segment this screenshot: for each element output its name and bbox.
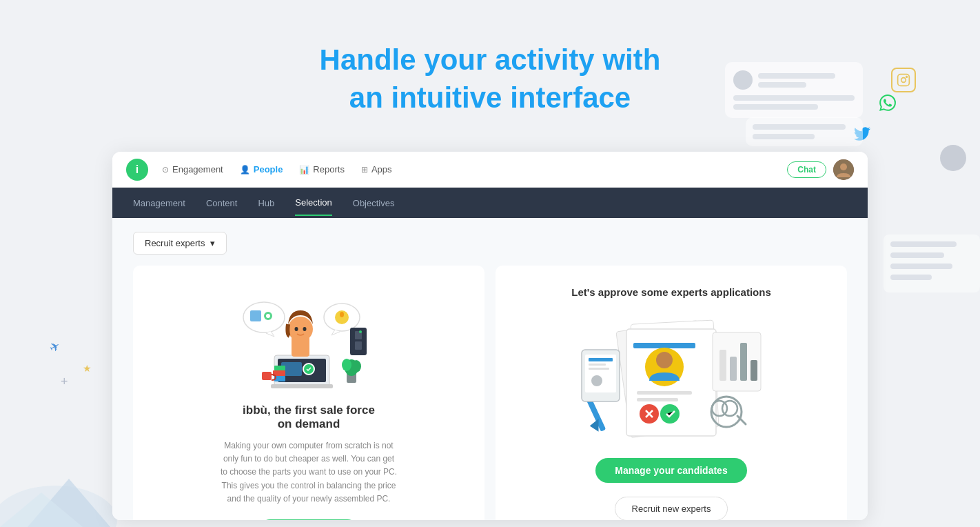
svg-point-41 [656,352,673,368]
engagement-icon: ⊙ [162,165,169,175]
discover-ibbu-button[interactable]: Discover ibbù [258,519,360,520]
content-area: Recruit experts ▾ [112,218,868,520]
chat-button[interactable]: Chat [787,161,826,178]
svg-rect-61 [740,343,747,381]
nav-right: Chat [787,159,854,180]
card2-buttons: Manage your candidates Recruit new exper… [512,458,830,520]
apps-icon: ⊞ [361,165,368,175]
nav-reports[interactable]: 📊 Reports [299,164,345,175]
nav-engagement[interactable]: ⊙ Engagement [162,164,223,175]
card2-title: Let's approve some experts applications [571,286,771,298]
svg-rect-54 [589,358,613,361]
svg-point-31 [351,360,361,372]
card-approve: Let's approve some experts applications [496,266,847,520]
svg-rect-34 [355,341,362,350]
svg-rect-42 [637,391,692,395]
nav-people[interactable]: 👤 People [240,164,283,175]
nav-hub[interactable]: Hub [258,191,274,215]
hero-section: Handle your activity with an intuitive i… [0,0,980,117]
svg-rect-18 [250,310,261,321]
card1-desc: Making your own computer from scratch is… [219,439,398,506]
secondary-nav: Management Content Hub Selection Objecti… [112,188,868,218]
cards-grid: ibbù, the first sale force on demand Mak… [133,266,847,520]
svg-rect-43 [637,398,678,401]
svg-point-35 [359,330,362,333]
svg-point-48 [722,401,737,416]
app-window: i ⊙ Engagement 👤 People 📊 Reports ⊞ Apps… [112,152,868,520]
hero-title: Handle your activity with an intuitive i… [0,41,980,117]
svg-rect-26 [274,366,285,370]
nav-content[interactable]: Content [206,191,238,215]
svg-point-23 [340,312,344,317]
svg-rect-55 [589,364,606,366]
svg-point-7 [840,163,847,170]
svg-rect-59 [719,350,726,381]
nav-management[interactable]: Management [133,191,185,215]
svg-point-57 [591,375,602,386]
ghost-ui-bottom [746,117,863,146]
ghost-person [940,145,966,171]
svg-rect-27 [262,372,272,380]
nav-items: ⊙ Engagement 👤 People 📊 Reports ⊞ Apps [162,164,787,175]
card1-illustration [233,286,385,404]
plane-icon: ✈ [47,338,63,357]
svg-rect-39 [633,343,695,348]
app-logo: i [126,159,148,181]
reports-icon: 📊 [299,165,309,175]
top-nav: i ⊙ Engagement 👤 People 📊 Reports ⊞ Apps… [112,152,868,188]
svg-rect-56 [589,368,609,370]
nav-apps[interactable]: ⊞ Apps [361,164,392,175]
svg-point-17 [243,302,285,332]
svg-point-30 [342,359,351,371]
nav-objectives[interactable]: Objectives [353,191,395,215]
user-avatar[interactable] [833,159,854,180]
people-icon: 👤 [240,165,250,175]
card2-illustration [575,312,768,450]
svg-rect-60 [730,357,737,381]
svg-rect-62 [751,360,757,381]
recruit-experts-button[interactable]: Recruit new experts [615,497,728,520]
plus-icon: + [61,375,68,389]
svg-point-15 [295,327,298,331]
card1-title: ibbù, the first sale force on demand [243,404,375,431]
ghost-sidebar [884,235,980,292]
recruit-experts-dropdown[interactable]: Recruit experts ▾ [133,232,227,255]
card-ibbu: ibbù, the first sale force on demand Mak… [133,266,484,520]
svg-point-14 [288,317,313,341]
svg-point-20 [266,314,270,318]
star-icon: ★ [83,363,92,374]
nav-selection[interactable]: Selection [295,190,331,216]
svg-point-16 [303,327,307,331]
manage-candidates-button[interactable]: Manage your candidates [595,458,746,483]
svg-rect-9 [271,384,333,388]
dropdown-arrow-icon: ▾ [210,238,215,248]
